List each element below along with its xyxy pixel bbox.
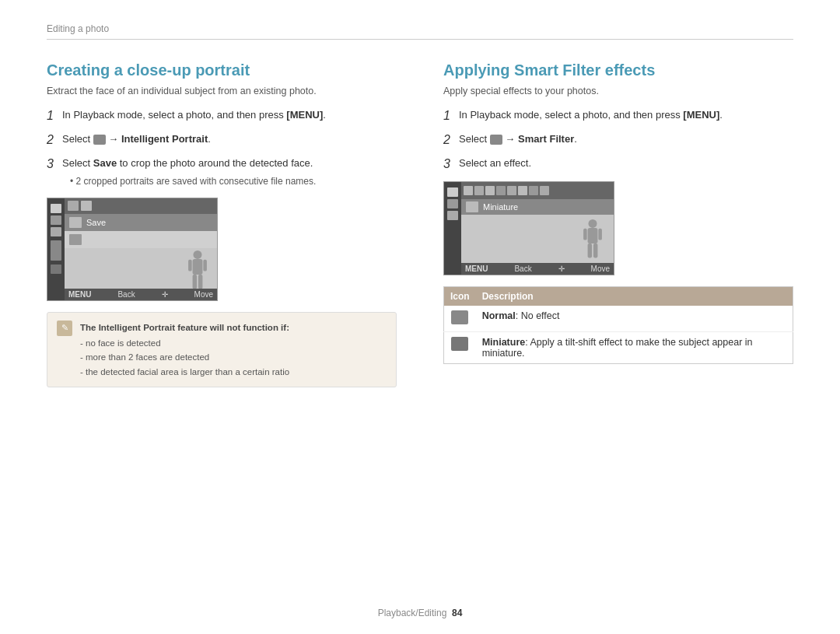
left-camera-screen: Save [47, 198, 218, 301]
save-icon [69, 217, 82, 228]
right-step-3: 3 Select an effect. [443, 156, 793, 173]
sidebar-icon-2 [51, 215, 61, 225]
step-content-3: Select Save to crop the photo around the… [62, 156, 397, 190]
svg-rect-2 [193, 275, 198, 289]
top-divider [47, 39, 793, 40]
right-sidebar-icon-3 [447, 211, 458, 220]
table-row-miniature: Miniature: Apply a tilt-shift effect to … [444, 332, 793, 364]
rt-icon-1 [464, 186, 473, 195]
two-column-layout: Creating a close-up portrait Extract the… [47, 61, 793, 387]
right-section-title: Applying Smart Filter effects [443, 61, 793, 79]
bullet-1: 2 cropped portraits are saved with conse… [70, 174, 397, 188]
step-num-3: 3 [47, 155, 58, 190]
smart-filter-icon [490, 135, 502, 145]
toolbar-icon-a [68, 201, 79, 211]
svg-rect-3 [198, 275, 202, 289]
rt-icon-8 [540, 186, 549, 195]
right-camera-screen: Miniature [443, 181, 614, 275]
note-title: The Intelligent Portrait feature will no… [80, 321, 289, 335]
rt-icon-4 [496, 186, 506, 195]
person-silhouette [186, 250, 209, 292]
right-move-label: Move [591, 264, 610, 273]
rt-icon-5 [507, 186, 516, 195]
sidebar-icon-4 [51, 240, 61, 261]
cam-top-toolbar [65, 198, 217, 214]
right-menu-keyword: MENU [465, 264, 488, 273]
note-item-2: - more than 2 faces are detected [80, 350, 289, 364]
sidebar-icon-1 [51, 204, 61, 213]
cam-image-area [65, 248, 217, 289]
right-cam-image-area [461, 215, 614, 263]
right-sidebar-icon-1 [447, 187, 458, 197]
miniature-row-icon [466, 201, 478, 212]
right-step-content-2: Select → Smart Filter. [459, 131, 793, 149]
cam-empty-row [65, 231, 217, 248]
note-text: The Intelligent Portrait feature will no… [80, 321, 289, 380]
page-wrapper: Editing a photo Creating a close-up port… [0, 0, 840, 634]
sidebar-icon-5 [51, 264, 61, 274]
svg-rect-5 [203, 259, 207, 271]
save-label: Save [86, 218, 106, 227]
svg-rect-9 [593, 243, 598, 257]
right-column: Applying Smart Filter effects Apply spec… [443, 61, 793, 387]
right-step-content-3: Select an effect. [459, 156, 793, 173]
step-num-2: 2 [47, 131, 58, 149]
page-footer: Playback/Editing 84 [0, 608, 840, 618]
step-num-1: 1 [47, 107, 58, 125]
footer-page: 84 [452, 608, 462, 618]
cam-main-right: Miniature [461, 182, 614, 275]
right-section-subtitle: Apply special effects to your photos. [443, 86, 793, 96]
cam-sidebar-right [444, 182, 461, 275]
right-step-content-1: In Playback mode, select a photo, and th… [459, 107, 793, 125]
move-icon-left: ✛ [162, 290, 168, 299]
right-move-icon: ✛ [558, 264, 565, 273]
svg-rect-8 [588, 243, 593, 257]
normal-icon-cell [444, 306, 476, 332]
note-box: ✎ The Intelligent Portrait feature will … [47, 312, 397, 388]
right-cam-bottom-bar: MENU Back ✛ Move [461, 263, 614, 275]
right-step-num-3: 3 [443, 155, 454, 173]
svg-point-0 [194, 250, 202, 258]
svg-rect-7 [588, 228, 598, 243]
right-step-num-1: 1 [443, 107, 454, 125]
miniature-table-icon [451, 337, 468, 351]
svg-rect-11 [598, 229, 602, 240]
cam-sidebar-left [47, 198, 65, 300]
left-section-subtitle: Extract the face of an individual subjec… [47, 86, 397, 96]
breadcrumb: Editing a photo [47, 23, 793, 34]
footer-text: Playback/Editing [378, 608, 447, 618]
note-item-3: - the detected facial area is larger tha… [80, 365, 289, 379]
rt-icon-7 [529, 186, 538, 195]
rt-icon-3 [485, 186, 495, 195]
svg-rect-10 [583, 229, 587, 240]
camera-screen-body: Save [47, 198, 217, 300]
left-step-3-bullets: 2 cropped portraits are saved with conse… [62, 174, 397, 188]
toolbar-icon-b [81, 201, 92, 211]
left-column: Creating a close-up portrait Extract the… [47, 61, 397, 387]
intelligent-portrait-icon [93, 135, 106, 145]
menu-keyword-left: MENU [68, 290, 91, 299]
svg-point-6 [589, 219, 597, 228]
table-header-description: Description [476, 287, 793, 306]
step-content-1: In Playback mode, select a photo, and th… [62, 107, 397, 125]
right-step-num-2: 2 [443, 131, 454, 149]
sidebar-icon-3 [51, 227, 61, 236]
left-step-1: 1 In Playback mode, select a photo, and … [47, 107, 397, 125]
svg-rect-1 [193, 258, 203, 274]
table-header-row: Icon Description [444, 287, 793, 306]
svg-rect-4 [188, 259, 192, 271]
cam-miniature-row: Miniature [461, 199, 614, 215]
left-section-title: Creating a close-up portrait [47, 61, 397, 79]
miniature-description: Miniature: Apply a tilt-shift effect to … [476, 332, 793, 364]
step-content-2: Select → Intelligent Portrait. [62, 131, 397, 149]
rt-icon-2 [474, 186, 484, 195]
right-step-1: 1 In Playback mode, select a photo, and … [443, 107, 793, 125]
back-label-left: Back [117, 290, 135, 299]
right-camera-body: Miniature [444, 182, 614, 275]
left-step-2: 2 Select → Intelligent Portrait. [47, 131, 397, 149]
effect-table: Icon Description Normal: No effect [443, 286, 793, 364]
miniature-icon-cell [444, 332, 476, 364]
cam-main-left: Save [65, 198, 217, 300]
rt-icon-6 [518, 186, 527, 195]
empty-row-icon [69, 234, 82, 245]
